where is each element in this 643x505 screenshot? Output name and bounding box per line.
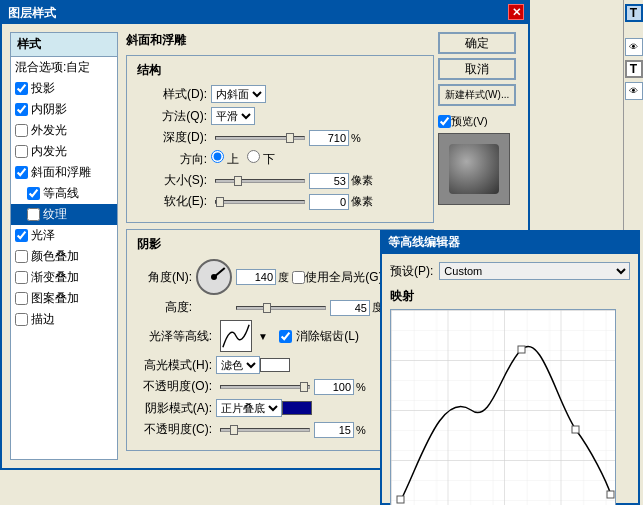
cp2[interactable] (518, 346, 525, 353)
anti-alias-label: 消除锯齿(L) (296, 328, 359, 345)
style-label: 样式(D): (137, 86, 207, 103)
highlight-opacity-input[interactable] (314, 379, 354, 395)
gloss-contour-thumb[interactable] (220, 320, 252, 352)
global-light-label: 使用全局光(G) (305, 269, 382, 286)
preset-label: 预设(P): (390, 263, 433, 280)
shadow-color-swatch[interactable] (282, 401, 312, 415)
dir-down-radio[interactable] (247, 150, 260, 163)
style-select[interactable]: 内斜面 (211, 85, 266, 103)
sidebar-item-gradient-overlay[interactable]: 渐变叠加 (11, 267, 117, 288)
inner-shadow-checkbox[interactable] (15, 103, 28, 116)
cancel-button[interactable]: 取消 (438, 58, 516, 80)
highlight-label: 高光模式(H): (137, 357, 212, 374)
new-style-button[interactable]: 新建样式(W)... (438, 84, 516, 106)
preset-select[interactable]: Custom (439, 262, 630, 280)
direction-label: 方向: (137, 151, 207, 168)
pattern-overlay-checkbox[interactable] (15, 292, 28, 305)
tool-T-mid[interactable]: T (625, 60, 643, 78)
depth-input[interactable] (309, 130, 349, 146)
altitude-slider[interactable] (236, 306, 326, 310)
preview-box (438, 133, 510, 205)
bevel-checkbox[interactable] (15, 166, 28, 179)
cp3[interactable] (572, 426, 579, 433)
angle-label: 角度(N): (137, 269, 192, 286)
sidebar-item-inner-shadow[interactable]: 内阴影 (11, 99, 117, 120)
size-input[interactable] (309, 173, 349, 189)
satin-checkbox[interactable] (15, 229, 28, 242)
angle-center-dot (211, 274, 217, 280)
button-panel: 确定 取消 新建样式(W)... 预览(V) (438, 32, 520, 205)
highlight-opacity-slider[interactable] (220, 385, 310, 389)
svg-rect-1 (391, 310, 616, 505)
texture-checkbox[interactable] (27, 208, 40, 221)
size-slider[interactable] (215, 179, 305, 183)
global-light-checkbox[interactable] (292, 271, 305, 284)
sidebar-item-color-overlay[interactable]: 颜色叠加 (11, 246, 117, 267)
sidebar-item-blend[interactable]: 混合选项:自定 (11, 57, 117, 78)
sidebar-item-pattern-overlay[interactable]: 图案叠加 (11, 288, 117, 309)
soften-slider[interactable] (215, 200, 305, 204)
shadow-mode-select[interactable]: 正片叠底 (216, 399, 282, 417)
sidebar-item-inner-glow[interactable]: 内发光 (11, 141, 117, 162)
close-button[interactable]: ✕ (508, 4, 524, 20)
dialog-title: 图层样式 (8, 5, 56, 22)
method-row: 方法(Q): 平滑 (137, 107, 423, 125)
size-unit: 像素 (351, 173, 373, 188)
styles-panel-title: 样式 (11, 33, 117, 57)
depth-unit: % (351, 132, 361, 144)
sidebar-item-contour[interactable]: 等高线 (11, 183, 117, 204)
depth-slider[interactable] (215, 136, 305, 140)
sidebar-item-texture[interactable]: 纹理 (11, 204, 117, 225)
sidebar-item-stroke[interactable]: 描边 (11, 309, 117, 330)
preview-label: 预览(V) (451, 114, 488, 129)
highlight-mode-select[interactable]: 滤色 (216, 356, 260, 374)
preview-checkbox[interactable] (438, 115, 451, 128)
anti-alias-checkbox[interactable] (279, 330, 292, 343)
soften-input[interactable] (309, 194, 349, 210)
mapping-area[interactable] (390, 309, 616, 505)
styles-panel: 样式 混合选项:自定 投影 内阴影 外发光 内发光 斜面和浮雕 等高线 (10, 32, 118, 460)
angle-input[interactable] (236, 269, 276, 285)
contour-checkbox[interactable] (27, 187, 40, 200)
sidebar-item-satin[interactable]: 光泽 (11, 225, 117, 246)
drop-shadow-checkbox[interactable] (15, 82, 28, 95)
angle-wheel[interactable] (196, 259, 232, 295)
sidebar-item-outer-glow[interactable]: 外发光 (11, 120, 117, 141)
method-select[interactable]: 平滑 (211, 107, 255, 125)
sidebar-item-bevel[interactable]: 斜面和浮雕 (11, 162, 117, 183)
contour-editor-body: 预设(P): Custom 映射 (382, 254, 638, 505)
shadow-mode-label: 阴影模式(A): (137, 400, 212, 417)
title-bar: 图层样式 ✕ (2, 2, 528, 24)
soften-unit: 像素 (351, 194, 373, 209)
depth-label: 深度(D): (137, 129, 207, 146)
outer-glow-checkbox[interactable] (15, 124, 28, 137)
dir-down-label: 下 (247, 150, 275, 168)
cp4[interactable] (607, 491, 614, 498)
inner-glow-checkbox[interactable] (15, 145, 28, 158)
tool-eye-2[interactable]: 👁 (625, 82, 643, 100)
altitude-label: 高度: (137, 299, 192, 316)
mapping-label: 映射 (390, 288, 630, 305)
gradient-overlay-checkbox[interactable] (15, 271, 28, 284)
dir-up-radio[interactable] (211, 150, 224, 163)
sidebar-item-drop-shadow[interactable]: 投影 (11, 78, 117, 99)
stroke-checkbox[interactable] (15, 313, 28, 326)
shadow-opacity-slider[interactable] (220, 428, 310, 432)
direction-row: 方向: 上 下 (137, 150, 423, 168)
altitude-input[interactable] (330, 300, 370, 316)
tool-eye-1[interactable]: 👁 (625, 38, 643, 56)
blend-label: 混合选项:自定 (15, 59, 90, 76)
highlight-color-swatch[interactable] (260, 358, 290, 372)
ok-button[interactable]: 确定 (438, 32, 516, 54)
contour-editor-title: 等高线编辑器 (388, 232, 460, 252)
size-row: 大小(S): 像素 (137, 172, 423, 189)
gloss-label: 光泽等高线: (137, 328, 212, 345)
size-label: 大小(S): (137, 172, 207, 189)
structure-title: 结构 (137, 62, 423, 79)
color-overlay-checkbox[interactable] (15, 250, 28, 263)
cp1[interactable] (397, 496, 404, 503)
style-row: 样式(D): 内斜面 (137, 85, 423, 103)
depth-row: 深度(D): % (137, 129, 423, 146)
shadow-opacity-input[interactable] (314, 422, 354, 438)
tool-T-top[interactable]: T (625, 4, 643, 22)
